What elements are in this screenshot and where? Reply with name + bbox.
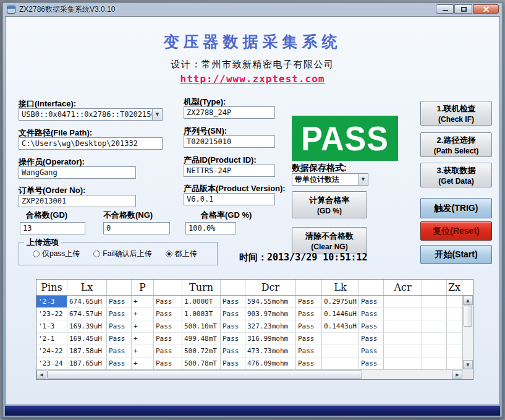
table-cell[interactable]: Pass (107, 320, 132, 332)
scroll-down-icon[interactable]: ▼ (463, 360, 473, 369)
table-cell[interactable]: Pass (154, 320, 182, 332)
save-format-select[interactable]: 带单位计数法 ▼ (292, 173, 368, 186)
table-cell[interactable] (384, 333, 422, 345)
chevron-down-icon[interactable]: ▼ (358, 174, 368, 185)
table-cell[interactable]: 903.97mohm (245, 308, 296, 320)
table-cell[interactable] (422, 333, 447, 345)
check-if-button[interactable]: 1.联机检查 (Check IF) (420, 101, 492, 126)
vertical-scroll-thumb[interactable] (464, 306, 472, 327)
table-cell[interactable] (384, 308, 422, 320)
ng-count-field[interactable]: 0 (103, 222, 170, 234)
table-cell[interactable]: Pass (107, 308, 132, 320)
table-cell[interactable]: Pass (296, 333, 322, 345)
table-cell[interactable]: 476.09mohm (245, 358, 296, 369)
table-header-cell[interactable]: Lx (67, 280, 107, 295)
upload-option-3[interactable]: 都上传 (166, 249, 197, 259)
minimize-button[interactable] (436, 4, 454, 14)
table-cell[interactable] (384, 358, 422, 369)
table-cell[interactable]: + (132, 345, 154, 357)
table-cell[interactable]: 316.99mohm (245, 333, 296, 345)
table-cell[interactable]: Pass (107, 296, 132, 307)
website-link[interactable]: http://www.zxptest.com (180, 73, 325, 85)
clear-ng-button[interactable]: 清除不合格数 (Clear NG) (292, 227, 367, 254)
reset-button[interactable]: 复位(Reset) (420, 221, 492, 241)
order-no-field[interactable]: ZXP2013001 (19, 195, 136, 207)
table-cell[interactable]: Pass (154, 333, 182, 345)
gd-count-field[interactable]: 13 (20, 222, 85, 234)
table-cell[interactable]: 187.65uH (67, 358, 107, 369)
table-cell[interactable]: Pass (107, 333, 132, 345)
table-header-cell[interactable] (221, 280, 245, 295)
table-cell[interactable] (447, 333, 462, 345)
table-cell[interactable] (447, 308, 462, 320)
table-cell[interactable] (447, 296, 462, 307)
table-header-cell[interactable]: P (132, 280, 154, 295)
upload-option-1[interactable]: 仅pass上传 (33, 249, 80, 259)
table-row[interactable]: '23-22674.57uHPass+Pass1.0003TPass903.97… (36, 308, 462, 320)
horizontal-scroll-thumb[interactable] (47, 371, 362, 379)
table-cell[interactable]: Pass (359, 308, 384, 320)
table-cell[interactable]: + (132, 320, 154, 332)
table-cell[interactable]: Pass (221, 308, 245, 320)
table-cell[interactable] (447, 358, 462, 369)
table-cell[interactable]: Pass (154, 345, 182, 357)
type-field[interactable]: ZX2788_24P (184, 106, 275, 119)
table-cell[interactable]: '23-22 (36, 308, 67, 320)
titlebar[interactable]: ZX2786数据采集系统V3.0.10 (2, 2, 503, 16)
trig-button[interactable]: 触发(TRIG) (420, 198, 492, 218)
table-cell[interactable]: 473.73mohm (245, 345, 296, 357)
table-cell[interactable]: + (132, 308, 154, 320)
table-cell[interactable]: Pass (107, 358, 132, 369)
table-cell[interactable]: Pass (154, 296, 182, 307)
table-header-cell[interactable]: Dcr (245, 280, 296, 295)
table-cell[interactable]: 674.57uH (67, 308, 107, 320)
table-cell[interactable]: Pass (359, 345, 384, 357)
file-path-field[interactable]: C:\Users\wg\Desktop\201332 (19, 137, 163, 150)
table-cell[interactable]: Pass (221, 333, 245, 345)
table-cell[interactable]: 674.65uH (67, 296, 107, 307)
table-row[interactable]: '2-3674.65uHPass+Pass1.0000TPass594.55mo… (36, 296, 462, 308)
table-cell[interactable]: Pass (154, 308, 182, 320)
table-cell[interactable]: Pass (296, 358, 322, 369)
table-cell[interactable]: Pass (359, 358, 384, 369)
operator-field[interactable]: WangGang (19, 166, 136, 179)
table-cell[interactable]: Pass (296, 320, 322, 332)
table-header-cell[interactable] (296, 280, 322, 295)
table-cell[interactable]: Pass (221, 320, 245, 332)
maximize-button[interactable] (454, 4, 472, 14)
table-cell[interactable]: 169.39uH (67, 320, 107, 332)
table-cell[interactable]: Pass (296, 345, 322, 357)
table-cell[interactable] (422, 358, 447, 369)
table-cell[interactable] (322, 358, 359, 369)
table-cell[interactable]: + (132, 333, 154, 345)
table-cell[interactable]: 594.55mohm (245, 296, 296, 307)
sn-field[interactable]: T020215010 (184, 135, 275, 148)
table-cell[interactable]: Pass (296, 308, 322, 320)
table-cell[interactable]: Pass (221, 296, 245, 307)
table-cell[interactable]: + (132, 358, 154, 369)
table-header-cell[interactable] (154, 280, 182, 295)
table-header-cell[interactable] (422, 280, 447, 295)
table-cell[interactable]: 187.58uH (67, 345, 107, 357)
table-header-cell[interactable]: Pins (36, 280, 67, 295)
table-row[interactable]: '24-22187.58uHPass+Pass500.72mTPass473.7… (36, 345, 462, 358)
table-cell[interactable]: Pass (221, 345, 245, 357)
table-header-cell[interactable] (107, 280, 132, 295)
table-header-cell[interactable]: Zx (447, 280, 462, 295)
table-header-cell[interactable]: Lk (322, 280, 359, 295)
table-cell[interactable] (322, 345, 359, 357)
table-cell[interactable]: Pass (107, 345, 132, 357)
table-cell[interactable]: 500.78mT (182, 358, 221, 369)
table-cell[interactable] (422, 296, 447, 307)
horizontal-scrollbar[interactable]: ◀ ▶ (36, 369, 462, 379)
gd-pct-field[interactable]: 100.0% (185, 222, 236, 234)
table-cell[interactable] (384, 296, 422, 307)
chevron-down-icon[interactable]: ▼ (152, 109, 162, 120)
table-cell[interactable]: 0.2975uH (322, 296, 359, 307)
table-row[interactable]: '23-24187.65uHPass+Pass500.78mTPass476.0… (36, 358, 462, 369)
table-cell[interactable]: '1-3 (36, 320, 67, 332)
table-cell[interactable]: Pass (221, 358, 245, 369)
table-cell[interactable] (422, 345, 447, 357)
table-cell[interactable]: Pass (359, 296, 384, 307)
table-cell[interactable] (422, 320, 447, 332)
